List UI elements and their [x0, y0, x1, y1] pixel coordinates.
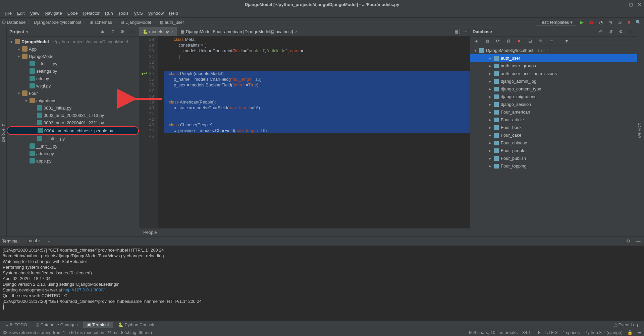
tree-file[interactable]: __init__.py: [7, 60, 139, 67]
collapse-all-icon[interactable]: ⇵: [109, 28, 116, 36]
tree-file[interactable]: apps.py: [7, 157, 139, 164]
status-python-interpreter[interactable]: Python 3.7 (django): [585, 330, 623, 335]
stop-icon[interactable]: ■: [625, 19, 633, 26]
editor-breadcrumb[interactable]: People: [139, 228, 470, 236]
database-changes-tab[interactable]: ⌸ Database Changes: [33, 322, 82, 328]
console-icon[interactable]: ▭: [548, 38, 555, 45]
status-line-separator[interactable]: LF: [535, 330, 540, 335]
database-table[interactable]: ▸Four_cake: [470, 131, 637, 139]
sync-icon[interactable]: ⊕: [597, 28, 604, 36]
lock-icon[interactable]: 🔒: [627, 330, 633, 335]
terminal-settings-icon[interactable]: ⚙: [625, 238, 632, 245]
hide-panel-icon[interactable]: —: [627, 28, 635, 36]
menu-file[interactable]: File: [2, 10, 14, 16]
editor-tab[interactable]: ▦ DjangoModel.Four_american [DjangoModel…: [177, 27, 301, 36]
refresh-icon[interactable]: ⟳: [494, 38, 501, 45]
sciview-tool-tab[interactable]: SciView: [637, 120, 642, 141]
duplicate-icon[interactable]: ⧉: [483, 38, 491, 45]
breadcrumb-item[interactable]: ⊟ DjangoModel: [120, 20, 151, 25]
edit-icon[interactable]: ✎: [537, 38, 544, 45]
python-console-tab[interactable]: 🐍 Python Console: [114, 322, 159, 328]
tree-file[interactable]: admin.py: [7, 150, 139, 157]
status-encoding[interactable]: UTF-8: [545, 330, 558, 335]
menu-edit[interactable]: Edit: [14, 10, 27, 16]
stop-db-icon[interactable]: ■: [516, 38, 523, 45]
hide-icon[interactable]: —: [129, 28, 136, 36]
tree-file[interactable]: 0003_auto_20200401_2321.py: [7, 119, 139, 126]
menu-help[interactable]: Help: [166, 10, 181, 16]
editor-tab[interactable]: 🐍 models.py ×: [139, 27, 177, 36]
tree-file[interactable]: 0001_initial.py: [7, 104, 139, 112]
tree-file[interactable]: 0004_american_chinese_people.py: [7, 126, 139, 135]
menu-tools[interactable]: Tools: [116, 10, 131, 16]
filter-icon[interactable]: ▼: [563, 38, 570, 45]
menu-refactor[interactable]: Refactor: [80, 10, 102, 16]
menu-navigate[interactable]: Navigate: [42, 10, 64, 16]
maximize-icon[interactable]: ▢: [629, 2, 633, 7]
database-table[interactable]: ▸django_migrations: [470, 93, 637, 100]
terminal-tab[interactable]: ▣ Terminal: [83, 322, 113, 328]
database-tree[interactable]: ▾ DjangoModel@localhost1 of 7 ▸auth_user…: [470, 46, 637, 236]
tree-file[interactable]: wsgi.py: [7, 82, 139, 89]
tree-folder[interactable]: ▸App: [7, 45, 139, 53]
database-connection[interactable]: ▾ DjangoModel@localhost1 of 7: [470, 47, 637, 54]
terminal-add-tab-icon[interactable]: ＋: [45, 238, 53, 245]
project-tool-tab[interactable]: 1: Project: [1, 121, 6, 145]
breadcrumb-item[interactable]: ⛁ Database: [2, 20, 25, 25]
menu-code[interactable]: Code: [65, 10, 80, 16]
query-icon[interactable]: ⎙: [505, 38, 512, 45]
status-indent[interactable]: 4 spaces: [562, 330, 580, 335]
tree-folder[interactable]: ▾DjangoModel: [7, 53, 139, 60]
tree-file[interactable]: __init__.py: [7, 135, 139, 142]
code-area[interactable]: class Meta: constraints = [ models.Uniqu…: [158, 37, 470, 228]
coverage-icon[interactable]: ◔: [597, 19, 604, 26]
collapse-icon[interactable]: ⇵: [607, 28, 614, 36]
database-table[interactable]: ▸auth_user: [470, 54, 637, 62]
add-datasource-icon[interactable]: ＋: [473, 38, 480, 45]
breadcrumb-item[interactable]: ⊞ schemas: [90, 20, 112, 25]
breadcrumb[interactable]: ⛁ Database〉DjangoModel@localhost〉⊞ schem…: [2, 19, 184, 25]
tree-file[interactable]: settings.py: [7, 67, 139, 75]
breadcrumb-item[interactable]: DjangoModel@localhost: [34, 20, 81, 25]
terminal-output[interactable]: [02/Apr/2020 18:14:57] "GET /four/add_ch…: [0, 246, 644, 321]
database-table[interactable]: ▸django_admin_log: [470, 77, 637, 85]
database-table[interactable]: ▸auth_user_user_permissions: [470, 70, 637, 77]
tree-file[interactable]: __init__.py: [7, 142, 139, 150]
run-icon[interactable]: ▶: [578, 19, 586, 26]
status-cursor-position[interactable]: 34:1: [522, 330, 531, 335]
attach-icon[interactable]: ⇲: [616, 19, 623, 26]
inspector-icon[interactable]: ☰: [637, 330, 641, 335]
database-table[interactable]: ▸django_session: [470, 100, 637, 108]
tree-file[interactable]: urls.py: [7, 75, 139, 82]
tree-folder[interactable]: ▾Four: [7, 89, 139, 97]
menu-view[interactable]: View: [27, 10, 42, 16]
gear-icon[interactable]: ⚙: [617, 28, 625, 36]
run-config-selector[interactable]: Test: templates ▾: [536, 19, 576, 26]
debug-icon[interactable]: 🐞: [588, 19, 595, 26]
terminal-tab-local[interactable]: Local ×: [23, 238, 44, 245]
menu-window[interactable]: Window: [146, 10, 166, 16]
menu-run[interactable]: Run: [102, 10, 116, 16]
tree-file[interactable]: 0002_auto_20200331_1713.py: [7, 112, 139, 119]
scroll-from-source-icon[interactable]: ⊕: [99, 28, 106, 36]
database-table[interactable]: ▸Four_american: [470, 108, 637, 116]
menu-vcs[interactable]: VCS: [131, 10, 146, 16]
database-table[interactable]: ▸Four_topping: [470, 162, 637, 170]
more-icon[interactable]: ⋯: [463, 29, 468, 34]
todo-tab[interactable]: ≡ 6: TODO: [2, 322, 31, 328]
database-table[interactable]: ▸Four_article: [470, 116, 637, 124]
database-table[interactable]: ▸Four_chinese: [470, 139, 637, 147]
table-icon[interactable]: ⊞: [526, 38, 534, 45]
search-everywhere-icon[interactable]: 🔍: [635, 19, 642, 26]
database-table[interactable]: ▸Four_book: [470, 124, 637, 131]
breadcrumb-item[interactable]: ▦ auth_user: [159, 20, 184, 25]
settings-icon[interactable]: ⚙: [119, 28, 126, 36]
database-table[interactable]: ▸Four_publish: [470, 154, 637, 162]
event-log-tab[interactable]: ◷ Event Log: [609, 322, 642, 328]
close-icon[interactable]: ✕: [638, 2, 641, 7]
tree-folder[interactable]: ▾migrations: [7, 97, 139, 104]
database-table[interactable]: ▸Four_people: [470, 147, 637, 154]
terminal-hide-icon[interactable]: —: [635, 238, 642, 245]
server-url-link[interactable]: http://127.0.0.1:8000/: [63, 287, 105, 292]
editor-body[interactable]: 282930313233●↵343536373839404142434445 c…: [139, 37, 470, 228]
